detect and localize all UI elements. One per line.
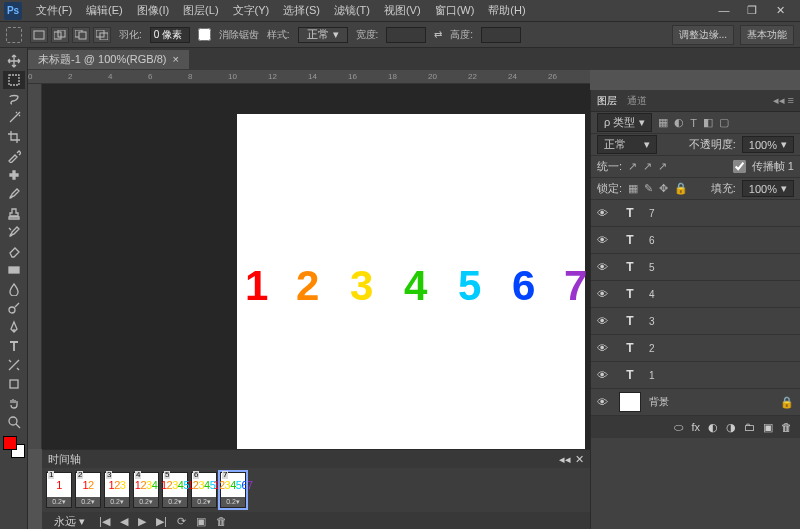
lock-pixel-icon[interactable]: ✎ [644,182,653,195]
selection-add[interactable] [51,27,69,43]
filter-shape-icon[interactable]: ◧ [703,116,713,129]
prev-frame-button[interactable]: ◀ [118,515,130,528]
visibility-icon[interactable]: 👁 [597,369,611,381]
timeline-frame[interactable]: 5123450.2▾ [162,472,188,508]
menu-help[interactable]: 帮助(H) [482,1,531,20]
filter-adjust-icon[interactable]: ◐ [674,116,684,129]
filter-smart-icon[interactable]: ▢ [719,116,729,129]
visibility-icon[interactable]: 👁 [597,315,611,327]
timeline-frame[interactable]: 412340.2▾ [133,472,159,508]
layer-fx-icon[interactable]: fx [691,421,700,433]
menu-window[interactable]: 窗口(W) [429,1,481,20]
visibility-icon[interactable]: 👁 [597,288,611,300]
swap-icon[interactable]: ⇄ [434,29,442,40]
link-layers-icon[interactable]: ⬭ [674,421,683,434]
layer-row[interactable]: 👁T4 [591,281,800,308]
dodge-tool[interactable] [3,299,25,317]
blur-tool[interactable] [3,280,25,298]
opacity-input[interactable]: 100%▾ [742,136,794,153]
background-layer[interactable]: 👁背景🔒 [591,389,800,416]
canvas-area[interactable]: 1 2 3 4 5 6 7 [42,84,590,449]
gradient-tool[interactable] [3,261,25,279]
lock-all-icon[interactable]: 🔒 [674,182,688,195]
frame-duration[interactable]: 0.2▾ [105,497,129,507]
tab-channels[interactable]: 通道 [627,94,647,108]
marquee-tool[interactable] [3,71,25,89]
menu-layer[interactable]: 图层(L) [177,1,224,20]
style-select[interactable]: 正常▾ [298,27,348,43]
layer-row[interactable]: 👁T3 [591,308,800,335]
type-tool[interactable] [3,337,25,355]
fill-input[interactable]: 100%▾ [742,180,794,197]
panel-menu-icon[interactable]: ◂◂ ≡ [773,94,794,107]
blend-mode-select[interactable]: 正常▾ [597,135,657,154]
antialias-checkbox[interactable] [198,28,211,41]
crop-tool[interactable] [3,128,25,146]
lock-trans-icon[interactable]: ▦ [628,182,638,195]
layer-row[interactable]: 👁T7 [591,200,800,227]
duplicate-frame-button[interactable]: ▣ [194,515,208,528]
document-tab[interactable]: 未标题-1 @ 100%(RGB/8) × [28,50,189,69]
frame-duration[interactable]: 0.2▾ [76,497,100,507]
adjustment-layer-icon[interactable]: ◑ [726,421,736,434]
workspace-button[interactable]: 基本功能 [740,25,794,45]
unify-vis-icon[interactable]: ↗ [643,160,652,173]
filter-type-icon[interactable]: T [690,117,697,129]
layer-row[interactable]: 👁T5 [591,254,800,281]
hand-tool[interactable] [3,394,25,412]
eyedropper-tool[interactable] [3,147,25,165]
lasso-tool[interactable] [3,90,25,108]
frame-duration[interactable]: 0.2▾ [47,497,71,507]
visibility-icon[interactable]: 👁 [597,207,611,219]
timeline-collapse-icon[interactable]: ◂◂ [559,453,571,466]
brush-tool[interactable] [3,185,25,203]
color-swatches[interactable] [3,436,25,458]
menu-image[interactable]: 图像(I) [131,1,175,20]
filter-pixel-icon[interactable]: ▦ [658,116,668,129]
timeline-frame[interactable]: 31230.2▾ [104,472,130,508]
unify-pos-icon[interactable]: ↗ [628,160,637,173]
tab-layers[interactable]: 图层 [597,94,617,108]
lock-pos-icon[interactable]: ✥ [659,182,668,195]
unify-style-icon[interactable]: ↗ [658,160,667,173]
filter-kind-select[interactable]: ρ 类型▾ [597,113,652,132]
marquee-tool-icon[interactable] [6,27,22,43]
delete-frame-button[interactable]: 🗑 [214,515,229,527]
visibility-icon[interactable]: 👁 [597,342,611,354]
layer-group-icon[interactable]: 🗀 [744,421,755,433]
shape-tool[interactable] [3,375,25,393]
heal-tool[interactable] [3,166,25,184]
timeline-close-icon[interactable]: ✕ [575,453,584,466]
frame-duration[interactable]: 0.2▾ [134,497,158,507]
close-button[interactable]: ✕ [770,4,790,17]
history-brush-tool[interactable] [3,223,25,241]
layer-mask-icon[interactable]: ◐ [708,421,718,434]
menu-select[interactable]: 选择(S) [277,1,326,20]
refine-edge-button[interactable]: 调整边缘... [672,25,734,45]
loop-select[interactable]: 永远 ▾ [48,514,91,529]
frame-duration[interactable]: 0.2▾ [221,497,245,507]
layer-row[interactable]: 👁T6 [591,227,800,254]
menu-edit[interactable]: 编辑(E) [80,1,129,20]
menu-type[interactable]: 文字(Y) [227,1,276,20]
document-canvas[interactable]: 1 2 3 4 5 6 7 [237,114,585,449]
path-tool[interactable] [3,356,25,374]
stamp-tool[interactable] [3,204,25,222]
timeline-frame[interactable]: 2120.2▾ [75,472,101,508]
maximize-button[interactable]: ❐ [742,4,762,17]
menu-file[interactable]: 文件(F) [30,1,78,20]
frame-duration[interactable]: 0.2▾ [163,497,187,507]
move-tool[interactable] [3,52,25,70]
visibility-icon[interactable]: 👁 [597,234,611,246]
tween-button[interactable]: ⟳ [175,515,188,528]
zoom-tool[interactable] [3,413,25,431]
selection-intersect[interactable] [93,27,111,43]
tab-close-icon[interactable]: × [173,53,179,65]
selection-subtract[interactable] [72,27,90,43]
new-layer-icon[interactable]: ▣ [763,421,773,434]
first-frame-button[interactable]: |◀ [97,515,112,528]
eraser-tool[interactable] [3,242,25,260]
selection-new[interactable] [30,27,48,43]
menu-view[interactable]: 视图(V) [378,1,427,20]
play-button[interactable]: ▶ [136,515,148,528]
